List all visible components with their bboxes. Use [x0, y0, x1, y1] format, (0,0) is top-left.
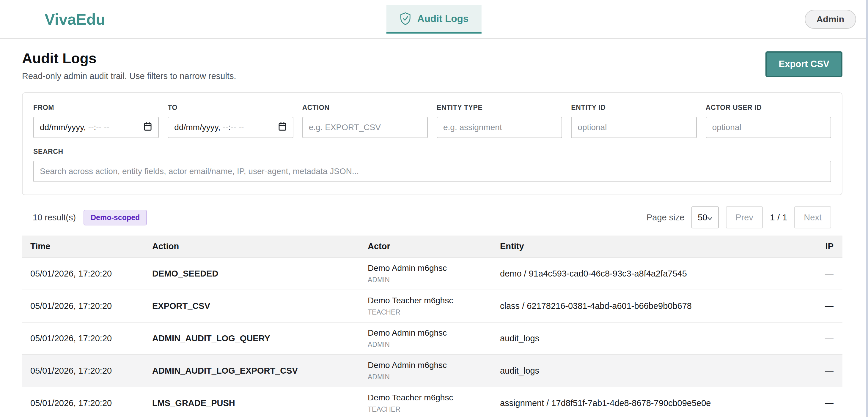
actor-role: TEACHER [368, 406, 500, 413]
page-title: Audit Logs [22, 50, 236, 67]
table-row[interactable]: 05/01/2026, 17:20:20 ADMIN_AUDIT_LOG_EXP… [22, 355, 842, 387]
cell-time: 05/01/2026, 17:20:20 [22, 322, 152, 355]
result-count: 10 result(s) [33, 213, 76, 222]
entity-type-label: ENTITY TYPE [437, 104, 562, 112]
actor-name: Demo Admin m6ghsc [368, 328, 500, 338]
tab-audit-logs[interactable]: Audit Logs [386, 5, 482, 34]
export-csv-button[interactable]: Export CSV [766, 51, 842, 77]
entity-type-input[interactable] [437, 117, 562, 138]
table-row[interactable]: 05/01/2026, 17:20:20 EXPORT_CSV Demo Tea… [22, 290, 842, 322]
cell-entity: demo / 91a4c593-cad0-46c8-93c3-a8f4a2fa7… [500, 257, 789, 290]
actor-user-id-label: ACTOR USER ID [706, 104, 831, 112]
cell-ip: — [789, 387, 842, 417]
filter-field-actor-user-id: ACTOR USER ID [706, 104, 831, 138]
pagination-controls: Page size 50 Prev 1 / 1 Next [647, 206, 831, 229]
role-badge[interactable]: Admin [805, 10, 856, 29]
table-row[interactable]: 05/01/2026, 17:20:20 LMS_GRADE_PUSH Demo… [22, 387, 842, 417]
cell-actor: Demo Teacher m6ghsc TEACHER [368, 290, 500, 322]
page-subtitle: Read-only admin audit trail. Use filters… [22, 71, 236, 81]
tab-audit-logs-label: Audit Logs [417, 13, 468, 24]
cell-ip: — [789, 257, 842, 290]
page-indicator: 1 / 1 [770, 212, 787, 222]
cell-entity: audit_logs [500, 322, 789, 355]
next-page-button[interactable]: Next [794, 206, 831, 229]
calendar-icon[interactable] [143, 122, 152, 133]
cell-actor: Demo Admin m6ghsc ADMIN [368, 257, 500, 290]
prev-page-button[interactable]: Prev [726, 206, 763, 229]
actor-name: Demo Admin m6ghsc [368, 360, 500, 370]
column-header-entity: Entity [500, 236, 789, 257]
page-size-select[interactable]: 50 [691, 206, 719, 229]
filter-field-entity-id: ENTITY ID [571, 104, 696, 138]
cell-ip: — [789, 322, 842, 355]
filter-field-action: ACTION [302, 104, 428, 138]
page-size-label: Page size [647, 213, 684, 222]
filter-field-to: TO dd/mm/yyyy, --:-- -- [168, 104, 293, 138]
actor-role: ADMIN [368, 276, 500, 284]
search-label: SEARCH [33, 148, 831, 155]
cell-time: 05/01/2026, 17:20:20 [22, 387, 152, 417]
cell-action: EXPORT_CSV [152, 290, 368, 322]
audit-log-table: Time Action Actor Entity IP 05/01/2026, … [22, 236, 842, 417]
cell-ip: — [789, 290, 842, 322]
cell-action: ADMIN_AUDIT_LOG_EXPORT_CSV [152, 355, 368, 387]
actor-name: Demo Admin m6ghsc [368, 264, 500, 273]
from-datetime-input[interactable]: dd/mm/yyyy, --:-- -- [33, 117, 159, 138]
cell-ip: — [789, 355, 842, 387]
cell-actor: Demo Teacher m6ghsc TEACHER [368, 387, 500, 417]
filter-field-search: SEARCH [33, 148, 831, 182]
entity-id-label: ENTITY ID [571, 104, 696, 112]
filter-field-entity-type: ENTITY TYPE [437, 104, 562, 138]
cell-actor: Demo Admin m6ghsc ADMIN [368, 322, 500, 355]
page-size-value: 50 [698, 213, 707, 222]
cell-entity: class / 62178216-0381-4abd-a601-b66be9b0… [500, 290, 789, 322]
cell-time: 05/01/2026, 17:20:20 [22, 290, 152, 322]
demo-scoped-badge: Demo-scoped [84, 210, 147, 225]
actor-role: ADMIN [368, 341, 500, 349]
app-logo: VivaEdu [44, 10, 105, 28]
action-label: ACTION [302, 104, 428, 112]
actor-role: TEACHER [368, 308, 500, 316]
action-input[interactable] [302, 117, 428, 138]
table-header-row: Time Action Actor Entity IP [22, 236, 842, 257]
top-header: VivaEdu Audit Logs Admin [0, 0, 868, 39]
column-header-time: Time [22, 236, 152, 257]
search-input[interactable] [33, 161, 831, 182]
shield-check-icon [400, 12, 411, 25]
cell-time: 05/01/2026, 17:20:20 [22, 257, 152, 290]
actor-name: Demo Teacher m6ghsc [368, 393, 500, 403]
filters-panel: FROM dd/mm/yyyy, --:-- -- TO [22, 92, 842, 195]
cell-action: ADMIN_AUDIT_LOG_QUERY [152, 322, 368, 355]
cell-entity: audit_logs [500, 355, 789, 387]
main-content: Audit Logs Read-only admin audit trail. … [22, 50, 842, 417]
to-datetime-input[interactable]: dd/mm/yyyy, --:-- -- [168, 117, 293, 138]
from-label: FROM [33, 104, 159, 112]
entity-id-input[interactable] [571, 117, 696, 138]
column-header-action: Action [152, 236, 368, 257]
cell-entity: assignment / 17d8f51f-7ab1-4de8-8678-790… [500, 387, 789, 417]
calendar-icon[interactable] [278, 122, 287, 133]
actor-name: Demo Teacher m6ghsc [368, 296, 500, 305]
column-header-actor: Actor [368, 236, 500, 257]
table-row[interactable]: 05/01/2026, 17:20:20 ADMIN_AUDIT_LOG_QUE… [22, 322, 842, 355]
column-header-ip: IP [789, 236, 842, 257]
table-row[interactable]: 05/01/2026, 17:20:20 DEMO_SEEDED Demo Ad… [22, 257, 842, 290]
to-label: TO [168, 104, 293, 112]
filter-field-from: FROM dd/mm/yyyy, --:-- -- [33, 104, 159, 138]
actor-role: ADMIN [368, 373, 500, 381]
cell-actor: Demo Admin m6ghsc ADMIN [368, 355, 500, 387]
vertical-scrollbar[interactable] [866, 0, 868, 417]
chevron-down-icon [708, 213, 713, 222]
cell-action: LMS_GRADE_PUSH [152, 387, 368, 417]
actor-user-id-input[interactable] [706, 117, 831, 138]
audit-table-body: 05/01/2026, 17:20:20 DEMO_SEEDED Demo Ad… [22, 257, 842, 417]
from-datetime-value: dd/mm/yyyy, --:-- -- [40, 123, 110, 132]
to-datetime-value: dd/mm/yyyy, --:-- -- [174, 123, 244, 132]
cell-action: DEMO_SEEDED [152, 257, 368, 290]
cell-time: 05/01/2026, 17:20:20 [22, 355, 152, 387]
results-bar: 10 result(s) Demo-scoped Page size 50 Pr… [22, 206, 842, 229]
